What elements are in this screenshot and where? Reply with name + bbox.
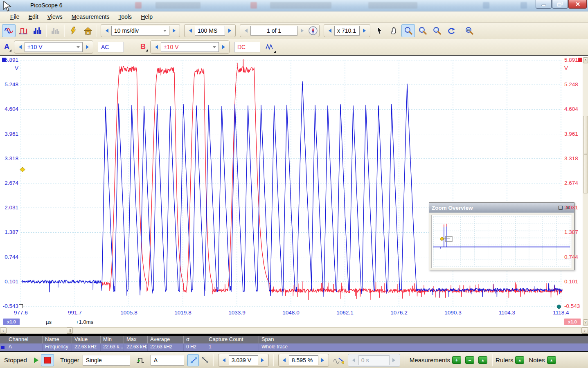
channel-b-axis-marker[interactable] [578,58,582,62]
close-button[interactable] [568,0,587,9]
remove-measurement-button[interactable]: – [465,356,474,364]
scope-view[interactable]: x1.0 µs +1.0ms x1.0 ‹ › ˄ ˅ Zoom Overvie… [0,56,588,334]
samples-next-button[interactable] [225,26,234,36]
restore-button[interactable] [552,0,568,9]
measurement-cell-max[interactable]: 22.63 kHz [124,343,147,351]
scroll-right-button[interactable]: › [581,328,588,334]
measurement-cell-average[interactable]: 22.63 kHz [147,343,183,351]
notes-menu-button[interactable]: ▲ [547,356,556,364]
column-header-min[interactable]: Min [100,336,124,343]
rising-edge-button[interactable] [187,354,199,366]
undock-icon[interactable]: ❏ [557,205,564,211]
minimize-button[interactable] [536,0,552,9]
scroll-up-button[interactable]: ˄ [583,57,588,63]
buffer-next-button[interactable] [297,26,306,36]
measurement-cell-span[interactable]: Whole trace [259,343,588,351]
timebase-prev-button[interactable] [102,26,111,36]
zoom-factor-next-button[interactable] [360,26,369,36]
add-measurement-button[interactable]: + [452,356,461,364]
measurement-cell-name[interactable]: Frequency [42,343,72,351]
measurement-cell-σ[interactable]: 0 Hz [183,343,206,351]
stop-capture-button[interactable] [41,354,54,366]
vertical-scroll-thumb[interactable] [583,116,588,193]
menu-item-tools[interactable]: Tools [114,12,136,21]
advanced-trigger-button[interactable] [133,354,147,366]
edit-measurement-button[interactable]: ▲ [478,356,487,364]
channel-b-menu-button[interactable]: B [138,42,148,52]
channel-a-range-next-button[interactable] [83,42,92,52]
zoom-overview-body[interactable] [431,215,572,268]
zoom-in-tool-button[interactable] [416,24,429,37]
measurement-cell-channel[interactable]: A [6,343,42,351]
column-header-channel[interactable]: Channel [6,336,42,343]
scope-view-button[interactable] [2,24,16,37]
channel-b-range-select[interactable]: ±10 V [161,42,219,52]
trigger-source-select[interactable]: A [151,355,184,366]
menu-item-edit[interactable]: Edit [24,12,43,21]
measurements-data-row[interactable]: AFrequency22.63 kHz22.63 k...22.63 kHz22… [0,343,588,351]
menu-item-measurements[interactable]: Measurements [67,12,114,21]
rulers-menu-button[interactable]: ▲ [515,356,524,364]
horizontal-scrollbar[interactable]: ‹ › [0,327,588,334]
vertical-scrollbar[interactable]: ˄ ˅ [583,57,588,326]
x-axis-left-zoom-badge[interactable]: x1.0 [3,319,20,325]
column-header-max[interactable]: Max [124,336,147,343]
measurement-cell-min[interactable]: 22.63 k... [100,343,124,351]
buffer-prev-button[interactable] [241,26,250,36]
zoom-out-tool-button[interactable] [430,24,444,37]
start-capture-button[interactable] [31,354,41,366]
timebase-select[interactable]: 10 ms/div [111,26,169,36]
post-trigger-delay-button[interactable] [331,354,346,366]
channel-a-menu-button[interactable]: A [2,42,12,52]
trigger-level-up-button[interactable] [258,355,267,365]
zoom-factor-prev-button[interactable] [325,26,334,36]
hysteresis-down-button[interactable] [280,355,289,365]
hysteresis-up-button[interactable] [318,355,327,365]
signal-generator-button[interactable] [263,40,277,54]
zoom-full-tool-button[interactable]: 100 [462,24,476,37]
column-header-σ[interactable]: σ [183,336,206,343]
auto-setup-button[interactable] [67,24,80,37]
horizontal-scroll-thumb[interactable] [67,328,73,334]
trigger-level-down-button[interactable] [220,355,229,365]
column-header-value[interactable]: Value [72,336,100,343]
timebase-next-button[interactable] [169,26,178,36]
hysteresis-field[interactable]: 8.595 % [289,355,318,365]
menu-item-help[interactable]: Help [136,12,157,21]
measurement-cell-capture-count[interactable]: 1 [206,343,259,351]
buffer-overview-compass-icon[interactable] [308,26,318,36]
home-button[interactable] [81,24,95,37]
x-axis-right-zoom-badge[interactable]: x1.0 [564,319,581,325]
samples-field[interactable]: 100 MS [195,26,225,36]
spectrum-view-button[interactable] [31,24,44,37]
menu-item-file[interactable]: File [6,12,24,21]
channel-b-range-prev-button[interactable] [152,42,161,52]
falling-edge-button[interactable] [199,354,210,366]
scroll-down-button[interactable]: ˅ [583,319,588,325]
zoom-factor-field[interactable]: x 710.1 [334,26,360,36]
column-header-average[interactable]: Average [147,336,183,343]
persistence-view-button[interactable] [16,24,30,37]
column-header-name[interactable]: Name [42,336,72,343]
channel-b-range-next-button[interactable] [219,42,228,52]
measurement-cell-value[interactable]: 22.63 kHz [72,343,100,351]
column-header-capture-count[interactable]: Capture Count [206,336,259,343]
undo-zoom-button[interactable] [444,24,458,37]
normal-selection-tool-button[interactable] [373,24,386,37]
channel-a-range-select[interactable]: ±10 V [25,42,83,52]
channel-a-coupling-select[interactable]: AC [98,42,124,52]
samples-prev-button[interactable] [186,26,195,36]
channel-b-coupling-select[interactable]: DC [234,42,260,52]
marquee-zoom-tool-button[interactable] [401,24,415,37]
column-header-span[interactable]: Span [259,336,588,343]
channel-a-range-prev-button[interactable] [16,42,25,52]
buffer-field[interactable]: 1 of 1 [250,26,297,36]
zoom-overview-titlebar[interactable]: Zoom Overview ❏ ✕ [429,203,574,213]
scroll-left-button[interactable]: ‹ [0,328,7,334]
menu-item-views[interactable]: Views [43,12,67,21]
trigger-mode-select[interactable]: Single [83,355,130,366]
axis-scale-handle-left[interactable] [19,304,23,308]
waveform-plot[interactable] [20,57,563,310]
axis-scale-handle-right[interactable] [557,305,561,309]
zoom-overview-panel[interactable]: Zoom Overview ❏ ✕ [429,202,574,270]
